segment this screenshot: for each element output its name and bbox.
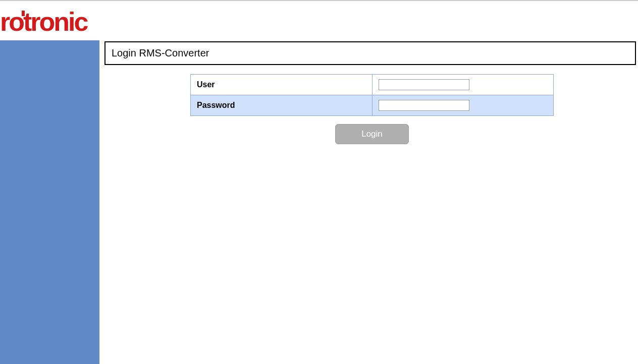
table-row: Password	[191, 95, 554, 116]
main-area: Login RMS-Converter User Password Logi	[0, 40, 638, 364]
logo-accent-mark	[22, 11, 25, 16]
sidebar	[0, 40, 99, 364]
button-row: Login	[190, 124, 554, 144]
login-button[interactable]: Login	[335, 124, 409, 144]
logo-text: rotronic	[0, 8, 88, 34]
password-input[interactable]	[379, 100, 469, 111]
login-table: User Password	[190, 74, 554, 116]
login-form: User Password Login	[190, 74, 554, 144]
app-header: rotronic	[0, 1, 638, 40]
rotronic-logo: rotronic	[0, 8, 101, 34]
user-input-cell	[373, 75, 554, 95]
table-row: User	[191, 75, 554, 95]
password-label: Password	[191, 95, 373, 116]
page-title: Login RMS-Converter	[104, 41, 636, 65]
user-input[interactable]	[379, 79, 469, 90]
user-label: User	[191, 75, 373, 95]
content-pane: Login RMS-Converter User Password Logi	[99, 40, 638, 364]
password-input-cell	[373, 95, 554, 116]
